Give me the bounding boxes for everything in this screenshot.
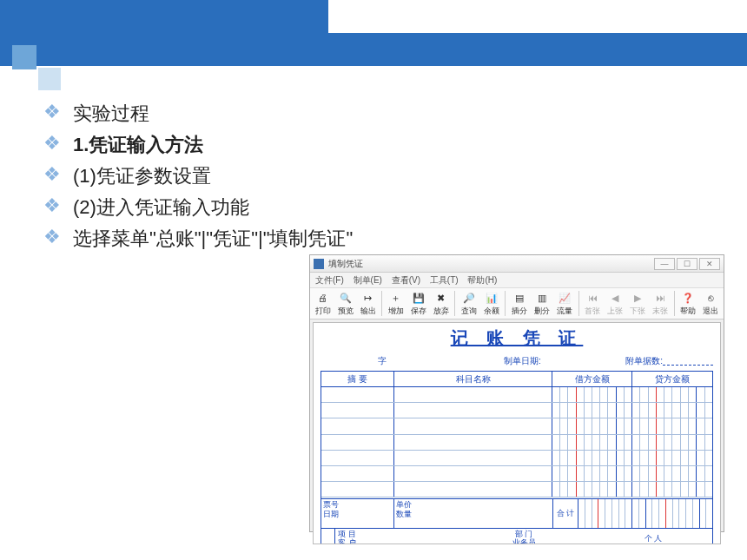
grid-row[interactable] xyxy=(321,435,712,451)
col-credit: 贷方金额 xyxy=(632,372,712,387)
toolbar-插分[interactable]: ▤插分 xyxy=(508,289,530,319)
menu-edit[interactable]: 制单(E) xyxy=(354,275,382,285)
grid-row[interactable] xyxy=(321,403,712,418)
bullet-5: 选择菜单"总账"|"凭证"|"填制凭证" xyxy=(73,226,353,252)
col-debit: 借方金额 xyxy=(552,372,632,387)
app-window: 填制凭证 — ☐ ✕ 文件(F) 制单(E) 查看(V) 工具(T) 帮助(H)… xyxy=(309,254,724,532)
voucher-title: 记 账 凭 证 xyxy=(314,326,720,350)
toolbar-首张: ⏮首张 xyxy=(582,289,604,319)
bullet-1: 实验过程 xyxy=(73,101,149,127)
bullet-icon: ❖ xyxy=(43,163,61,186)
menubar: 文件(F) 制单(E) 查看(V) 工具(T) 帮助(H) xyxy=(310,273,724,288)
bullet-icon: ❖ xyxy=(43,132,61,155)
toolbar-打印[interactable]: 🖨打印 xyxy=(312,289,334,319)
menu-help[interactable]: 帮助(H) xyxy=(467,275,497,285)
window-title: 填制凭证 xyxy=(328,258,654,270)
col-summary: 摘 要 xyxy=(321,372,394,387)
project-label: 项 目 xyxy=(338,530,451,538)
menu-view[interactable]: 查看(V) xyxy=(392,275,420,285)
attach-label: 附单据数: xyxy=(625,356,663,366)
date-label: 制单日期: xyxy=(504,356,541,366)
grid-row[interactable] xyxy=(321,451,712,466)
grid-row[interactable] xyxy=(321,466,712,482)
zi-label: 字 xyxy=(378,356,387,366)
operator-label: 业务员 xyxy=(456,538,592,545)
minimize-button[interactable]: — xyxy=(654,258,675,270)
app-icon xyxy=(314,259,324,269)
titlebar[interactable]: 填制凭证 — ☐ ✕ xyxy=(310,255,724,273)
attach-input[interactable] xyxy=(663,357,713,366)
toolbar-删分[interactable]: ▥删分 xyxy=(531,289,552,319)
meta-row: 票号 日期 单价 数量 合 计 xyxy=(321,499,713,529)
toolbar-放弃[interactable]: ✖放弃 xyxy=(430,289,452,319)
remark-row: 备注 项 目 客 户 部 门 业务员 个 人 xyxy=(321,529,713,544)
header-decoration xyxy=(0,0,747,87)
toolbar-上张: ◀上张 xyxy=(605,289,626,319)
person-label: 个 人 xyxy=(597,534,710,543)
toolbar: 🖨打印🔍预览↦输出＋增加💾保存✖放弃🔎查询📊余额▤插分▥删分📈流量⏮首张◀上张▶… xyxy=(310,288,724,320)
slide-content: ❖实验过程 ❖1.凭证输入方法 ❖(1)凭证参数设置 ❖ (2)进入凭证输入功能… xyxy=(43,101,678,257)
menu-tool[interactable]: 工具(T) xyxy=(430,275,459,285)
bullet-2: 1.凭证输入方法 xyxy=(73,132,203,158)
toolbar-增加[interactable]: ＋增加 xyxy=(385,289,407,319)
toolbar-余额[interactable]: 📊余额 xyxy=(480,289,502,319)
total-label: 合 计 xyxy=(552,499,578,528)
price-label: 单价 xyxy=(396,500,551,510)
toolbar-下张: ▶下张 xyxy=(627,289,649,319)
bullet-icon: ❖ xyxy=(43,101,61,123)
toolbar-查询[interactable]: 🔎查询 xyxy=(458,289,479,319)
date2-label: 日期 xyxy=(323,510,392,519)
grid-row[interactable] xyxy=(321,387,712,403)
toolbar-流量[interactable]: 📈流量 xyxy=(554,289,576,319)
maximize-button[interactable]: ☐ xyxy=(677,258,697,270)
bullet-icon: ❖ xyxy=(43,194,61,217)
bullet-3: (1)凭证参数设置 xyxy=(73,163,211,189)
toolbar-末张: ⏭末张 xyxy=(650,289,671,319)
close-button[interactable]: ✕ xyxy=(699,258,720,270)
toolbar-帮助[interactable]: ❓帮助 xyxy=(678,289,699,319)
bullet-icon: ❖ xyxy=(43,226,61,248)
voucher-paper: 记 账 凭 证 字 制单日期: 附单据数: 摘 要 科目名称 借方金额 贷方金额… xyxy=(313,322,721,544)
toolbar-输出[interactable]: ↦输出 xyxy=(357,289,379,319)
qty-label: 数量 xyxy=(396,510,551,519)
menu-file[interactable]: 文件(F) xyxy=(315,275,344,285)
grid-row[interactable] xyxy=(321,418,712,434)
grid-row[interactable] xyxy=(321,482,712,497)
customer-label: 客 户 xyxy=(338,538,451,545)
bullet-4: (2)进入凭证输入功能 xyxy=(73,194,249,221)
voucher-grid: 摘 要 科目名称 借方金额 贷方金额 xyxy=(321,371,713,499)
toolbar-保存[interactable]: 💾保存 xyxy=(407,289,429,319)
col-subject: 科目名称 xyxy=(394,372,552,387)
toolbar-预览[interactable]: 🔍预览 xyxy=(334,289,356,319)
ticket-label: 票号 xyxy=(323,500,392,510)
toolbar-退出[interactable]: ⎋退出 xyxy=(700,289,722,319)
remark-label: 备注 xyxy=(321,529,335,544)
dept-label: 部 门 xyxy=(456,530,592,538)
